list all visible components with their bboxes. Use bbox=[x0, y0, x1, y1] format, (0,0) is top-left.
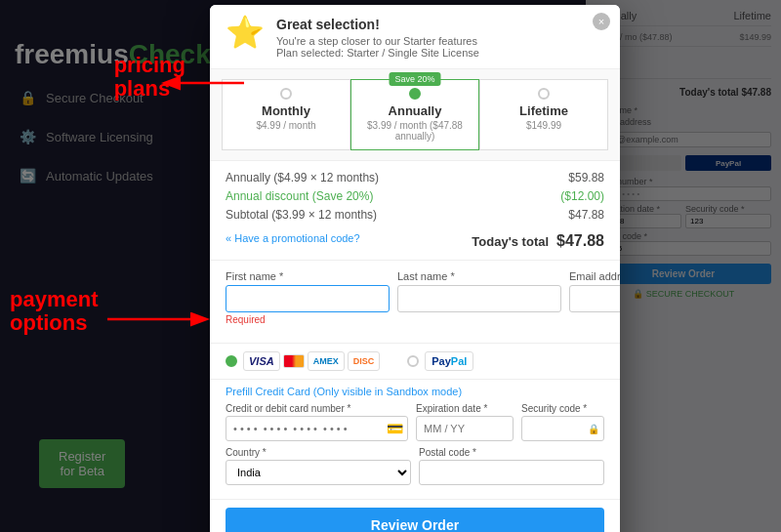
visa-icon: VISA bbox=[243, 351, 280, 371]
plan-annually[interactable]: Save 20% Annually $3.99 / month ($47.88 … bbox=[350, 79, 479, 150]
paypal-icon: PayPal bbox=[425, 351, 473, 371]
payment-options-section: VISA AMEX DISC PayPal bbox=[210, 344, 620, 380]
required-message: Required bbox=[226, 314, 390, 325]
last-name-input[interactable] bbox=[397, 285, 561, 312]
expiry-group: Expiration date * bbox=[416, 403, 514, 441]
email-label: Email address * bbox=[569, 270, 620, 282]
plan-monthly-radio bbox=[280, 88, 292, 100]
modal-header-text: Great selection! You're a step closer to… bbox=[276, 17, 479, 59]
payment-row: VISA AMEX DISC PayPal bbox=[226, 351, 604, 371]
cvv-group: Security code * 🔒 bbox=[521, 403, 604, 441]
plan-annually-radio bbox=[409, 88, 421, 100]
checkout-modal: × ⭐ Great selection! You're a step close… bbox=[210, 5, 620, 532]
pricing-plans-section: Monthly $4.99 / month Save 20% Annually … bbox=[210, 69, 620, 161]
plan-monthly-price: $4.99 / month bbox=[228, 120, 344, 131]
first-name-label: First name * bbox=[226, 270, 390, 282]
cvv-label: Security code * bbox=[521, 403, 604, 414]
prefill-link[interactable]: Prefill Credit Card (Only visible in San… bbox=[226, 386, 604, 397]
first-name-input[interactable] bbox=[226, 285, 390, 312]
cvv-wrapper: 🔒 bbox=[521, 416, 604, 441]
order-annually-value: $59.88 bbox=[568, 171, 604, 184]
order-subtotal-value: $47.88 bbox=[568, 208, 604, 222]
review-order-button[interactable]: Review Order bbox=[226, 508, 604, 532]
country-select[interactable]: India bbox=[226, 460, 411, 485]
plan-monthly[interactable]: Monthly $4.99 / month bbox=[222, 79, 350, 150]
card-number-label: Credit or debit card number * bbox=[226, 403, 408, 414]
plan-lifetime-name: Lifetime bbox=[486, 103, 601, 118]
plan-annually-price: $3.99 / month ($47.88 annually) bbox=[357, 120, 473, 142]
postal-input[interactable] bbox=[419, 460, 604, 485]
plan-annually-name: Annually bbox=[357, 103, 473, 118]
order-discount-row: Annual discount (Save 20%) ($12.00) bbox=[226, 189, 604, 203]
star-icon: ⭐ bbox=[226, 17, 265, 48]
amex-icon: AMEX bbox=[308, 351, 345, 371]
first-name-group: First name * Required bbox=[226, 270, 390, 325]
postal-label: Postal code * bbox=[419, 447, 604, 458]
card-number-row: Credit or debit card number * 💳 Expirati… bbox=[226, 403, 604, 441]
email-group: Email address * bbox=[569, 270, 620, 325]
order-discount-value: ($12.00) bbox=[560, 189, 604, 203]
name-row: First name * Required Last name * Email … bbox=[226, 270, 604, 325]
modal-plan-selected: Plan selected: Starter / Single Site Lic… bbox=[276, 47, 479, 59]
save-badge: Save 20% bbox=[389, 72, 440, 86]
plan-lifetime-price: $149.99 bbox=[486, 120, 601, 131]
total-amount: $47.88 bbox=[556, 232, 604, 250]
order-subtotal-row: Subtotal ($3.99 × 12 months) $47.88 bbox=[226, 208, 604, 222]
order-discount-label: Annual discount (Save 20%) bbox=[226, 189, 373, 203]
card-number-input[interactable] bbox=[226, 416, 408, 441]
card-number-wrapper: 💳 bbox=[226, 416, 408, 441]
card-icons: VISA AMEX DISC bbox=[243, 351, 380, 371]
email-input[interactable] bbox=[569, 285, 620, 312]
plan-monthly-name: Monthly bbox=[228, 103, 344, 118]
paypal-radio bbox=[407, 355, 419, 367]
country-postal-row: Country * India Postal code * bbox=[226, 447, 604, 485]
order-subtotal-label: Subtotal ($3.99 × 12 months) bbox=[226, 208, 377, 222]
order-summary: Annually ($4.99 × 12 months) $59.88 Annu… bbox=[210, 161, 620, 261]
order-annually-label: Annually ($4.99 × 12 months) bbox=[226, 171, 379, 184]
expiry-label: Expiration date * bbox=[416, 403, 514, 414]
country-group: Country * India bbox=[226, 447, 411, 485]
paypal-option[interactable]: PayPal bbox=[407, 351, 473, 371]
last-name-label: Last name * bbox=[397, 270, 561, 282]
promo-code-link[interactable]: Have a promotional code? bbox=[226, 232, 360, 244]
expiry-input[interactable] bbox=[416, 416, 514, 441]
country-label: Country * bbox=[226, 447, 411, 458]
plan-lifetime[interactable]: Lifetime $149.99 bbox=[479, 79, 608, 150]
cvv-icon: 🔒 bbox=[588, 424, 599, 434]
credit-card-radio bbox=[226, 355, 237, 367]
discover-icon: DISC bbox=[348, 351, 381, 371]
mastercard-icon bbox=[283, 354, 305, 368]
postal-group: Postal code * bbox=[419, 447, 604, 485]
card-chip-icon: 💳 bbox=[387, 421, 403, 436]
total-label: Today's total bbox=[472, 234, 549, 249]
modal-title: Great selection! bbox=[276, 17, 479, 32]
customer-form: First name * Required Last name * Email … bbox=[210, 261, 620, 344]
modal-header: × ⭐ Great selection! You're a step close… bbox=[210, 5, 620, 69]
order-total-row: Today's total $47.88 bbox=[472, 232, 604, 250]
close-button[interactable]: × bbox=[593, 13, 610, 30]
card-form-section: Prefill Credit Card (Only visible in San… bbox=[210, 380, 620, 500]
last-name-group: Last name * bbox=[397, 270, 561, 325]
credit-card-option[interactable]: VISA AMEX DISC bbox=[226, 351, 380, 371]
card-number-group: Credit or debit card number * 💳 bbox=[226, 403, 408, 441]
order-annually-row: Annually ($4.99 × 12 months) $59.88 bbox=[226, 171, 604, 184]
modal-subtitle: You're a step closer to our Starter feat… bbox=[276, 35, 479, 47]
plan-lifetime-radio bbox=[538, 88, 550, 100]
